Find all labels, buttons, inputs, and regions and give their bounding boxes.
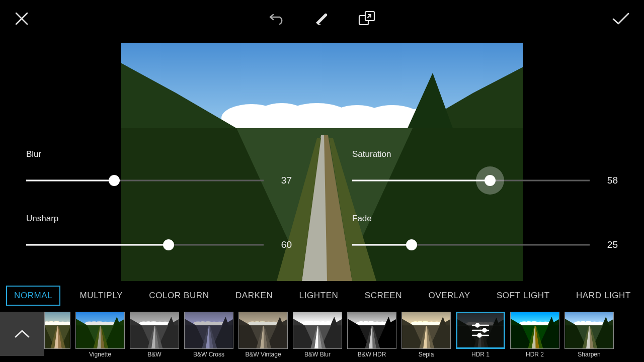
blend-mode-normal[interactable]: NORMAL bbox=[6, 286, 60, 306]
slider-track-saturation[interactable] bbox=[352, 173, 590, 188]
slider-label: Blur bbox=[26, 149, 292, 159]
filter-label: Vignette bbox=[75, 351, 125, 358]
svg-point-23 bbox=[483, 329, 487, 332]
filter-label: Sepia bbox=[401, 351, 451, 358]
undo-button[interactable] bbox=[269, 12, 286, 26]
blend-mode-row: NORMALMULTIPLYCOLOR BURNDARKENLIGHTENSCR… bbox=[0, 282, 644, 310]
filter-item-b-w-vintage[interactable]: B&W Vintage bbox=[238, 312, 288, 358]
slider-label: Fade bbox=[352, 214, 618, 224]
blend-mode-lighten[interactable]: LIGHTEN bbox=[292, 287, 346, 305]
slider-unsharp: Unsharp 60 bbox=[26, 214, 292, 264]
filter-label: B&W Vintage bbox=[238, 351, 288, 358]
slider-value: 60 bbox=[277, 239, 292, 250]
svg-point-25 bbox=[478, 334, 481, 337]
blend-mode-darken[interactable]: DARKEN bbox=[228, 287, 280, 305]
filter-label: B&W bbox=[130, 351, 179, 358]
slider-saturation: Saturation 58 bbox=[352, 149, 618, 200]
filter-label: HDR 2 bbox=[510, 351, 559, 358]
slider-label: Unsharp bbox=[26, 214, 292, 224]
filter-label: B&W Blur bbox=[293, 351, 342, 358]
eraser-button[interactable] bbox=[314, 12, 330, 26]
filter-item-edge[interactable] bbox=[44, 312, 70, 358]
slider-track-fade[interactable] bbox=[352, 238, 590, 252]
slider-value: 37 bbox=[277, 175, 292, 186]
filter-item-sharpen[interactable]: Sharpen bbox=[565, 312, 614, 358]
filter-item-sepia[interactable]: Sepia bbox=[401, 312, 451, 358]
filter-label: Sharpen bbox=[565, 351, 614, 358]
sliders-icon bbox=[457, 313, 504, 347]
filter-label: B&W Cross bbox=[184, 351, 233, 358]
slider-label: Saturation bbox=[352, 149, 618, 159]
filter-item-b-w-cross[interactable]: B&W Cross bbox=[184, 312, 233, 358]
blend-mode-soft-light[interactable]: SOFT LIGHT bbox=[490, 287, 557, 305]
filter-label: HDR 1 bbox=[456, 351, 505, 358]
close-button[interactable] bbox=[14, 11, 29, 26]
blend-mode-screen[interactable]: SCREEN bbox=[358, 287, 409, 305]
blend-mode-overlay[interactable]: OVERLAY bbox=[421, 287, 477, 305]
compare-button[interactable] bbox=[358, 11, 375, 27]
slider-blur: Blur 37 bbox=[26, 149, 292, 200]
blend-mode-color-burn[interactable]: COLOR BURN bbox=[142, 287, 216, 305]
svg-point-21 bbox=[476, 324, 479, 327]
adjustments-panel: Blur 37 Saturation 58 Unsharp bbox=[0, 137, 644, 278]
slider-fade: Fade 25 bbox=[352, 214, 618, 264]
slider-track-unsharp[interactable] bbox=[26, 238, 264, 252]
blend-mode-multiply[interactable]: MULTIPLY bbox=[73, 287, 130, 305]
top-toolbar bbox=[0, 0, 644, 37]
filter-item-vignette[interactable]: Vignette bbox=[75, 312, 125, 358]
blend-mode-hard-light[interactable]: HARD LIGHT bbox=[569, 287, 638, 305]
filter-item-hdr-2[interactable]: HDR 2 bbox=[510, 312, 559, 358]
filters-strip: VignetteB&WB&W CrossB&W VintageB&W BlurB… bbox=[0, 312, 644, 362]
expand-filters-button[interactable] bbox=[0, 312, 44, 356]
slider-value: 58 bbox=[603, 175, 618, 186]
apply-button[interactable] bbox=[612, 12, 630, 26]
filter-item-b-w[interactable]: B&W bbox=[130, 312, 179, 358]
filter-item-b-w-blur[interactable]: B&W Blur bbox=[293, 312, 342, 358]
slider-value: 25 bbox=[603, 239, 618, 250]
filter-item-hdr-1[interactable]: HDR 1 bbox=[456, 312, 505, 358]
filter-item-b-w-hdr[interactable]: B&W HDR bbox=[347, 312, 396, 358]
slider-track-blur[interactable] bbox=[26, 173, 264, 188]
filter-label: B&W HDR bbox=[347, 351, 396, 358]
